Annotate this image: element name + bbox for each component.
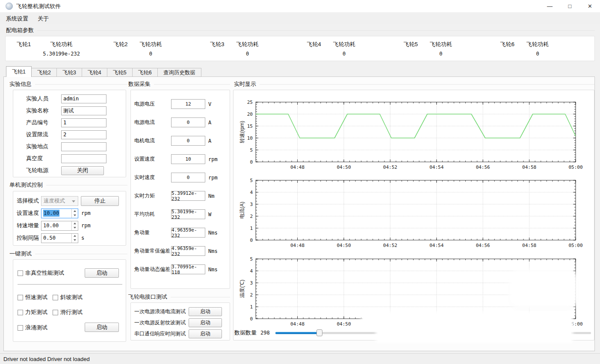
data-row: 实时速度 0 rpm — [134, 173, 230, 182]
power-value: 5.30199e-232 — [43, 51, 80, 57]
svg-text:3: 3 — [250, 202, 253, 207]
start-button-non-vacuum[interactable]: 启动 — [85, 268, 119, 278]
check-row: 力矩测试 — [18, 308, 47, 316]
input-experiment-person[interactable] — [61, 94, 106, 103]
flywheel-name: 飞轮6 — [500, 41, 514, 48]
checkbox-ramp-test[interactable] — [53, 295, 58, 300]
field-row: 飞轮电源 关闭 — [26, 166, 126, 175]
menu-item-system-settings[interactable]: 系统设置 — [1, 13, 33, 24]
svg-text:温度(℃): 温度(℃) — [239, 279, 245, 298]
data-acq-title: 数据采集 — [128, 80, 230, 88]
tab-flywheel-2[interactable]: 飞轮2 — [32, 68, 57, 77]
svg-text:5: 5 — [250, 178, 253, 183]
tab-history-query[interactable]: 查询历史数据 — [158, 68, 201, 77]
chevron-down-icon — [72, 200, 75, 203]
checkbox-non-vacuum-test[interactable] — [18, 270, 23, 276]
interface-test-panel: 一次电源浪涌电流测试 启动 一次电源反射纹波测试 启动 串口通信响应时间测试 启… — [130, 302, 230, 341]
mode-select[interactable]: 速度模式 — [41, 196, 78, 206]
realtime-speed-display: 0 — [171, 173, 205, 182]
data-row: 实时力矩 5.39912e-232 Nm — [134, 191, 230, 201]
svg-text:1: 1 — [250, 226, 253, 231]
flywheel-power-button[interactable]: 关闭 — [61, 166, 104, 175]
status-bar: Driver not loaded Driver not loaded — [0, 353, 600, 364]
power-label: 飞轮功耗 — [526, 41, 549, 48]
check-row: 非真空性能测试 — [18, 269, 64, 277]
realtime-panel: 051015202504:4804:5004:5204:5404:5604:58… — [233, 90, 594, 341]
start-button-serial-response-test[interactable]: 启动 — [189, 329, 222, 338]
spin-up-icon[interactable] — [72, 209, 78, 214]
spin-down-icon[interactable] — [72, 213, 78, 218]
close-button[interactable]: ✕ — [580, 0, 600, 12]
stop-button[interactable]: 停止 — [81, 196, 119, 206]
spin-down-icon[interactable] — [72, 238, 78, 243]
svg-text:04:48: 04:48 — [290, 243, 304, 248]
realtime-torque-display: 5.39912e-232 — [171, 191, 205, 201]
single-test-title: 单机测试控制 — [9, 181, 127, 189]
input-vacuum-degree[interactable] — [61, 154, 106, 163]
power-value: 0 — [343, 51, 346, 57]
check-row: 浪涌测试 — [18, 324, 47, 332]
tab-flywheel-6[interactable]: 飞轮6 — [133, 68, 158, 77]
menu-item-about[interactable]: 关于 — [33, 13, 53, 24]
speed-spinner[interactable]: 10.00 — [41, 208, 78, 218]
svg-text:4: 4 — [250, 268, 253, 274]
svg-text:04:48: 04:48 — [290, 164, 304, 170]
input-current-limit[interactable] — [61, 130, 106, 139]
interface-test-row: 一次电源浪涌电流测试 启动 — [134, 307, 230, 316]
supply-current-display: 0 — [171, 117, 205, 127]
divider — [18, 284, 122, 285]
input-location[interactable] — [61, 142, 106, 151]
power-label: 飞轮功耗 — [333, 41, 355, 48]
svg-text:04:56: 04:56 — [476, 164, 490, 170]
increment-spinner[interactable]: 10.00 — [41, 221, 78, 231]
data-row: 角动量 4.96359e-232 Nms — [134, 228, 230, 238]
spin-up-icon[interactable] — [72, 234, 78, 238]
power-label: 飞轮功耗 — [430, 41, 452, 48]
tab-flywheel-1[interactable]: 飞轮1 — [6, 66, 32, 77]
input-product-number[interactable] — [61, 118, 106, 127]
start-button-surge[interactable]: 启动 — [85, 323, 119, 332]
one-key-test-panel: 非真空性能测试 启动 恒速测试 斜坡测试 力矩测试 滑行测试 浪涌测试 启动 — [13, 259, 126, 342]
watermark-wipe-smear — [378, 326, 571, 341]
svg-text:1: 1 — [250, 304, 253, 310]
checkbox-torque-test[interactable] — [18, 310, 23, 315]
tab-flywheel-5[interactable]: 飞轮5 — [107, 68, 133, 77]
power-value: 0 — [439, 51, 442, 57]
spin-down-icon[interactable] — [72, 226, 78, 230]
start-button-ripple-test[interactable]: 启动 — [189, 318, 222, 327]
spin-up-icon[interactable] — [72, 221, 78, 226]
window-controls: — □ ✕ — [540, 0, 600, 12]
slider-handle[interactable] — [316, 329, 322, 336]
flywheel-name: 飞轮3 — [210, 41, 224, 48]
data-row: 设置速度 10 rpm — [134, 154, 230, 164]
minimize-button[interactable]: — — [540, 0, 560, 12]
svg-text:4: 4 — [250, 190, 253, 195]
flywheel-name: 飞轮2 — [113, 41, 127, 48]
power-value: 0 — [246, 51, 249, 57]
checkbox-coast-test[interactable] — [53, 310, 58, 315]
svg-text:0: 0 — [250, 238, 253, 243]
status-text: Driver not loaded Driver not loaded — [3, 356, 90, 362]
flywheel-unit-4: 飞轮4 飞轮功耗 0 — [300, 41, 397, 57]
svg-text:3: 3 — [250, 280, 253, 286]
app-icon — [6, 3, 13, 10]
tab-flywheel-3[interactable]: 飞轮3 — [57, 68, 82, 77]
spinner-row: 控制间隔 0.50 s — [17, 233, 126, 243]
angular-momentum-display: 4.96359e-232 — [171, 228, 205, 238]
interface-test-title: 飞轮电接口测试 — [128, 293, 230, 301]
start-button-surge-current-test[interactable]: 启动 — [189, 307, 222, 316]
input-experiment-name[interactable] — [61, 106, 106, 115]
momentum-const-dev-display: 4.96359e-232 — [171, 246, 205, 256]
tab-flywheel-4[interactable]: 飞轮4 — [82, 68, 107, 77]
power-value: 0 — [536, 51, 539, 57]
interval-spinner[interactable]: 0.50 — [41, 233, 78, 243]
power-label: 飞轮功耗 — [139, 41, 162, 48]
checkbox-constant-speed-test[interactable] — [18, 295, 23, 300]
realtime-title: 实时显示 — [234, 80, 594, 88]
field-row: 实验地点 — [26, 142, 126, 151]
avg-power-display: 5.30199e-232 — [171, 209, 205, 219]
checkbox-surge-test[interactable] — [18, 325, 23, 331]
maximize-button[interactable]: □ — [560, 0, 580, 12]
svg-text:05:00: 05:00 — [568, 164, 582, 170]
momentum-dyn-dev-display: 3.70991e-118 — [171, 264, 205, 274]
